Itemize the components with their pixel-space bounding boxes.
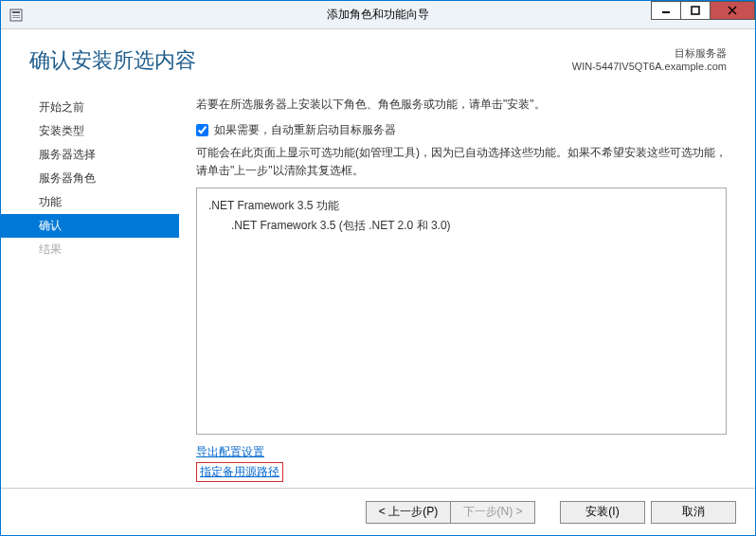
- svg-rect-1: [12, 11, 20, 13]
- sidebar-item-2[interactable]: 服务器选择: [1, 143, 179, 167]
- server-label: 目标服务器: [572, 46, 727, 61]
- intro-text: 若要在所选服务器上安装以下角色、角色服务或功能，请单击"安装"。: [196, 96, 727, 113]
- install-button[interactable]: 安装(I): [560, 501, 645, 524]
- app-icon: [9, 8, 24, 23]
- sidebar-item-4[interactable]: 功能: [1, 190, 179, 214]
- maximize-button[interactable]: [680, 1, 711, 20]
- page-title: 确认安装所选内容: [29, 46, 196, 75]
- feature-item-0: .NET Framework 3.5 功能: [208, 196, 714, 216]
- window-controls: [652, 1, 755, 20]
- server-name: WIN-5447IV5QT6A.example.com: [572, 61, 727, 72]
- feature-list-box: .NET Framework 3.5 功能.NET Framework 3.5 …: [196, 188, 727, 435]
- sidebar-item-0[interactable]: 开始之前: [1, 96, 179, 119]
- sidebar-item-3[interactable]: 服务器角色: [1, 167, 179, 190]
- nav-button-group: < 上一步(P) 下一步(N) >: [367, 501, 535, 524]
- source-path-link[interactable]: 指定备用源路径: [200, 464, 279, 480]
- sidebar-item-6: 结果: [1, 238, 179, 261]
- restart-checkbox-label: 如果需要，自动重新启动目标服务器: [214, 122, 396, 138]
- prev-button[interactable]: < 上一步(P): [366, 501, 451, 524]
- export-config-link[interactable]: 导出配置设置: [196, 444, 264, 460]
- server-info: 目标服务器 WIN-5447IV5QT6A.example.com: [572, 46, 727, 72]
- wizard-window: 添加角色和功能向导 确认安装所选内容 目标服务器 WIN-5447IV5QT6A…: [0, 0, 756, 536]
- restart-checkbox[interactable]: [196, 124, 208, 136]
- close-button[interactable]: [710, 1, 755, 20]
- sidebar-item-5[interactable]: 确认: [1, 214, 179, 238]
- right-panel: 若要在所选服务器上安装以下角色、角色服务或功能，请单击"安装"。 如果需要，自动…: [179, 82, 755, 488]
- header-section: 确认安装所选内容 目标服务器 WIN-5447IV5QT6A.example.c…: [1, 29, 755, 82]
- svg-rect-5: [692, 7, 699, 14]
- links-section: 导出配置设置 指定备用源路径: [196, 444, 727, 482]
- minimize-button[interactable]: [651, 1, 681, 20]
- content-area: 确认安装所选内容 目标服务器 WIN-5447IV5QT6A.example.c…: [1, 29, 755, 535]
- next-button[interactable]: 下一步(N) >: [450, 501, 535, 524]
- restart-checkbox-row: 如果需要，自动重新启动目标服务器: [196, 122, 727, 138]
- sidebar-item-1[interactable]: 安装类型: [1, 119, 179, 143]
- source-path-link-highlight: 指定备用源路径: [196, 462, 283, 482]
- main-section: 开始之前安装类型服务器选择服务器角色功能确认结果 若要在所选服务器上安装以下角色…: [1, 82, 755, 488]
- feature-item-1: .NET Framework 3.5 (包括 .NET 2.0 和 3.0): [208, 216, 714, 236]
- window-title: 添加角色和功能向导: [327, 7, 429, 23]
- sidebar: 开始之前安装类型服务器选择服务器角色功能确认结果: [1, 82, 179, 488]
- note-text: 可能会在此页面上显示可选功能(如管理工具)，因为已自动选择这些功能。如果不希望安…: [196, 144, 727, 180]
- svg-rect-3: [12, 17, 20, 18]
- svg-rect-2: [12, 15, 20, 16]
- button-bar: < 上一步(P) 下一步(N) > 安装(I) 取消: [1, 488, 755, 535]
- cancel-button[interactable]: 取消: [651, 501, 736, 524]
- titlebar: 添加角色和功能向导: [1, 1, 755, 29]
